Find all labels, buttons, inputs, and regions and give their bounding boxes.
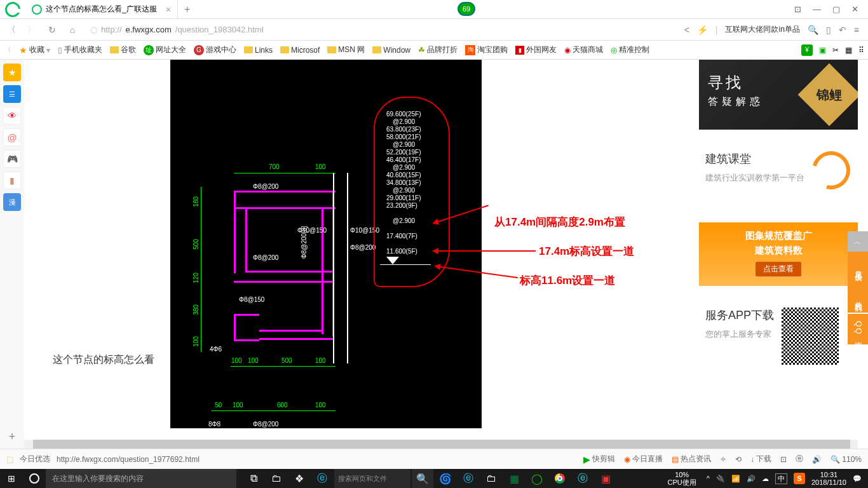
search-icon-2[interactable]: 🔍 [412, 469, 433, 488]
minimize-icon[interactable]: — [813, 4, 821, 14]
speed-mode-icon[interactable]: ⚡ [697, 25, 708, 35]
cad-app-icon[interactable]: ▣ [595, 469, 616, 488]
status-lock-icon[interactable]: ⟲ [735, 455, 742, 464]
tray-power-icon[interactable]: 🔌 [716, 475, 725, 483]
extension-icon[interactable]: ▦ [845, 46, 852, 55]
maximize-icon[interactable]: ▢ [832, 4, 840, 14]
explorer-icon[interactable]: 🗀 [266, 469, 287, 488]
rail-star-icon[interactable]: ★ [3, 64, 21, 81]
history-icon[interactable]: ↶ [839, 25, 846, 35]
home-button[interactable]: ⌂ [65, 22, 80, 37]
excel-icon[interactable]: ▦ [503, 469, 525, 488]
download-icon: ↓ [750, 455, 754, 464]
360-browser-icon[interactable]: ◯ [526, 469, 548, 488]
promo-banner-2[interactable]: 图集规范覆盖广 建筑资料数 点击查看 [699, 222, 858, 286]
tray-clock[interactable]: 10:31 2018/11/10 [811, 471, 846, 486]
new-tab-button[interactable]: + [178, 4, 196, 15]
ie-icon-2[interactable]: ⓔ [458, 469, 479, 488]
bookmark-favorites[interactable]: ★收藏 ▾ [19, 44, 50, 55]
banner3-button[interactable]: 点击查看 [756, 262, 801, 276]
rail-book-icon[interactable]: ▮ [3, 172, 21, 189]
bookmark-links[interactable]: Links [244, 46, 273, 55]
rail-gamepad-icon[interactable]: 🎮 [3, 150, 21, 168]
bookmark-brand[interactable]: ☘品牌打折 [418, 44, 458, 55]
status-live[interactable]: ◉今日直播 [624, 454, 663, 464]
status-download[interactable]: ↓下载 [750, 454, 771, 464]
bookmark-msn[interactable]: MSN 网 [327, 44, 365, 55]
ie-icon[interactable]: ⓔ [311, 469, 333, 488]
tray-onedrive-icon[interactable]: ☁ [762, 475, 769, 483]
chrome-icon[interactable] [549, 469, 571, 488]
status-sound-icon[interactable]: 🔊 [812, 455, 822, 464]
scissors-icon[interactable]: ✂ [832, 46, 839, 55]
bookmark-foreign[interactable]: ▮外国网友 [515, 44, 557, 55]
bookmark-tmall[interactable]: ◉天猫商城 [564, 44, 603, 55]
feedback-button[interactable]: 意见反馈 [848, 252, 868, 282]
share-icon[interactable]: < [684, 25, 689, 35]
search-icon[interactable]: 🔍 [808, 25, 818, 35]
search-suggestion[interactable]: 互联网大佬同款in单品 [725, 24, 799, 35]
folder-pinned-icon[interactable]: 🗀 [480, 469, 502, 488]
status-clip[interactable]: ▶快剪辑 [583, 454, 615, 464]
site-info-icon[interactable]: ◌ [90, 25, 97, 34]
rail-weibo-icon[interactable]: 👁 [3, 107, 21, 125]
browser-logo [0, 0, 25, 19]
tab-close-icon[interactable]: × [166, 4, 171, 15]
status-hot[interactable]: ▤热点资讯 [672, 454, 711, 464]
bookmark-games[interactable]: G游戏中心 [194, 44, 236, 55]
browser-tab[interactable]: 这个节点的标高怎么看_广联达服 × [25, 0, 178, 19]
bookmark-sites[interactable]: 址网址大全 [144, 44, 186, 55]
close-window-icon[interactable]: ✕ [851, 4, 858, 14]
menu-icon[interactable]: ≡ [854, 25, 859, 35]
bookmark-google[interactable]: 谷歌 [110, 44, 136, 55]
scroll-top-button[interactable]: ︿ [848, 231, 868, 252]
cortana-icon[interactable] [23, 473, 46, 484]
status-tool-icon[interactable]: ✧ [720, 455, 726, 464]
forward-button[interactable]: 〉 [24, 22, 39, 37]
status-zoom[interactable]: 🔍 110% [831, 455, 862, 464]
rail-add-button[interactable]: + [9, 430, 16, 444]
rail-news-icon[interactable]: ☰ [3, 85, 21, 103]
back-button[interactable]: 〈 [4, 22, 19, 37]
horizontal-scrollbar[interactable] [24, 440, 858, 449]
start-button[interactable]: ⊞ [0, 473, 23, 484]
reader-mode-icon[interactable]: ▯ [826, 25, 831, 35]
browser-spiral-icon[interactable]: 🌀 [435, 469, 456, 488]
qq-consult-button[interactable]: QQ咨询 [848, 314, 868, 344]
task-view-icon[interactable]: ⧉ [243, 469, 264, 488]
course-card[interactable]: 建筑课堂 建筑行业实训教学第一平台 [699, 141, 858, 211]
rail-manga-icon[interactable]: 漫 [3, 193, 21, 211]
follow-button[interactable]: 关注我们 [848, 282, 868, 313]
address-bar[interactable]: ◌ http://e.fwxgx.com/question_1983042.ht… [85, 25, 679, 34]
taskbar-search[interactable]: 在这里输入你要搜索的内容 [46, 469, 236, 488]
status-today[interactable]: 今日优选 [20, 454, 50, 464]
rail-at-icon[interactable]: @ [3, 128, 21, 146]
edge-icon[interactable]: ⓔ [572, 469, 593, 488]
bookmark-window[interactable]: Window [372, 46, 410, 55]
ext-icon[interactable]: ▣ [819, 46, 826, 55]
window-menu-icon[interactable]: ⊡ [794, 4, 801, 14]
extension-badge[interactable]: 69 [458, 2, 475, 16]
status-ie-icon[interactable]: ⓔ [796, 454, 803, 464]
bookmark-microsoft[interactable]: Microsof [280, 46, 320, 55]
cpu-usage[interactable]: 10% CPU使用 [664, 471, 700, 486]
gift-icon[interactable]: ⬚ [6, 455, 13, 464]
tray-up-icon[interactable]: ^ [707, 475, 710, 482]
reload-button[interactable]: ↻ [44, 22, 60, 37]
tray-volume-icon[interactable]: 🔊 [747, 475, 756, 483]
search-box-2[interactable]: 搜索网页和文件 [334, 469, 410, 488]
tray-notifications-icon[interactable]: 💬 [853, 475, 862, 483]
bookbar-prev-icon[interactable]: 〈 [4, 44, 11, 55]
bookmark-taobao[interactable]: 淘淘宝团购 [465, 44, 508, 55]
tray-ime-lang[interactable]: 中 [775, 473, 787, 484]
promo-banner-1[interactable]: 寻找 答疑解惑 锦鲤 [699, 60, 858, 130]
status-pip-icon[interactable]: ⊡ [780, 455, 787, 464]
bookmark-phone-fav[interactable]: ▯手机收藏夹 [58, 44, 102, 55]
tray-wifi-icon[interactable]: 📶 [731, 475, 740, 483]
shield-icon[interactable]: ¥ [801, 44, 813, 56]
apps-icon[interactable]: ⠿ [858, 46, 864, 55]
tray-sogou-icon[interactable]: S [794, 473, 805, 484]
bookmark-precise[interactable]: ◎精准控制 [611, 44, 649, 55]
app-icon[interactable]: ❖ [288, 469, 310, 488]
app-download-card[interactable]: 服务APP下载 您的掌上服务专家 [699, 297, 858, 375]
